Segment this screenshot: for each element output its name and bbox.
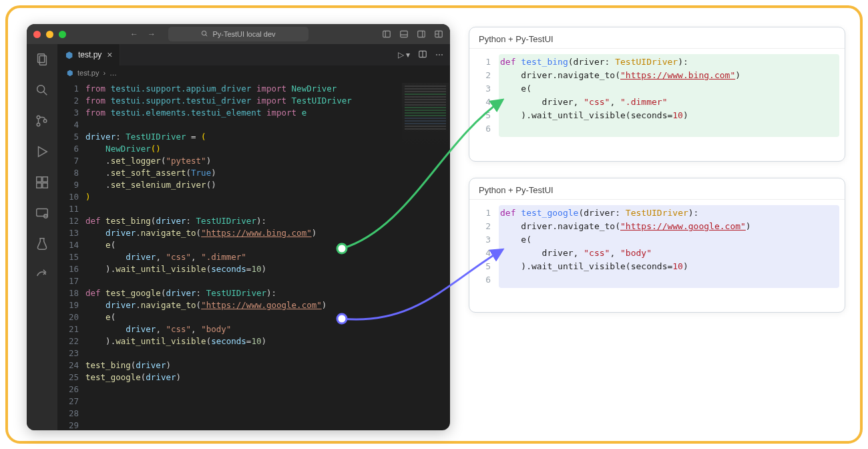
- nav-buttons: ← →: [130, 29, 156, 39]
- svg-line-14: [43, 92, 47, 95]
- code-line[interactable]: 6 NewDriver(): [57, 143, 450, 155]
- close-window-button[interactable]: [33, 31, 41, 38]
- svg-rect-22: [43, 183, 47, 188]
- code-text: [500, 273, 839, 287]
- command-center-search[interactable]: Py-TestUI local dev: [168, 27, 308, 41]
- nav-back-icon[interactable]: ←: [130, 29, 138, 39]
- line-number: 7: [57, 155, 85, 167]
- split-editor-icon[interactable]: [418, 49, 427, 61]
- line-number: 21: [57, 323, 85, 335]
- tab-test-py[interactable]: ⬢ test.py ×: [57, 44, 120, 65]
- line-number: 11: [57, 203, 85, 215]
- panel-right-icon[interactable]: [417, 29, 426, 39]
- code-line[interactable]: 9 .set_selenium_driver(): [57, 179, 450, 191]
- code-line: 1def test_bing(driver: TestUIDriver):: [471, 55, 839, 69]
- code-line[interactable]: 27: [57, 396, 450, 408]
- code-line[interactable]: 21 driver, "css", "body": [57, 323, 450, 335]
- line-number: 5: [471, 109, 500, 122]
- code-text: e(: [500, 233, 839, 247]
- code-line[interactable]: 25test_google(driver): [57, 371, 450, 384]
- code-line[interactable]: 1from testui.support.appium_driver impor…: [57, 83, 450, 95]
- testing-icon[interactable]: [35, 237, 49, 251]
- code-line[interactable]: 20 e(: [57, 311, 450, 323]
- layout-icon[interactable]: [434, 29, 443, 39]
- line-number: 4: [471, 96, 500, 109]
- svg-rect-4: [401, 31, 408, 37]
- svg-rect-23: [37, 209, 48, 216]
- panel-bottom-icon[interactable]: [399, 29, 409, 39]
- svg-rect-6: [418, 31, 425, 37]
- python-file-icon: ⬢: [65, 50, 73, 60]
- code-line[interactable]: 15 driver, "css", ".dimmer": [57, 251, 450, 263]
- code-line[interactable]: 22 ).wait_until_visible(seconds=10): [57, 335, 450, 347]
- search-sidebar-icon[interactable]: [35, 83, 49, 98]
- code-line[interactable]: 11: [57, 203, 450, 215]
- share-icon[interactable]: [35, 267, 49, 282]
- code-line[interactable]: 19 driver.navigate_to("https://www.googl…: [57, 299, 450, 311]
- code-line: 5 ).wait_until_visible(seconds=10): [471, 260, 839, 273]
- more-actions-icon[interactable]: ⋯: [435, 50, 443, 59]
- editor[interactable]: 1from testui.support.appium_driver impor…: [57, 80, 450, 430]
- tab-close-icon[interactable]: ×: [107, 49, 112, 60]
- breadcrumb-file: test.py: [77, 69, 99, 77]
- window-controls: [33, 31, 66, 38]
- code-line[interactable]: 13 driver.navigate_to("https://www.bing.…: [57, 227, 450, 239]
- line-number: 26: [57, 384, 85, 396]
- svg-rect-12: [39, 56, 46, 65]
- code-text: driver.navigate_to("https://www.bing.com…: [500, 69, 839, 82]
- breadcrumb[interactable]: ⬢ test.py › …: [57, 65, 450, 80]
- code-line[interactable]: 23: [57, 347, 450, 359]
- source-control-icon[interactable]: [35, 114, 49, 128]
- code-text: from testui.elements.testui_element impo…: [85, 107, 450, 119]
- code-line[interactable]: 4: [57, 119, 450, 131]
- explorer-icon[interactable]: [35, 52, 49, 67]
- code-line[interactable]: 26: [57, 384, 450, 396]
- line-number: 3: [471, 82, 500, 96]
- nav-forward-icon[interactable]: →: [148, 29, 156, 39]
- card-title: Python + Py-TestUI: [469, 178, 845, 199]
- code-line[interactable]: 8 .set_soft_assert(True): [57, 167, 450, 179]
- run-file-icon[interactable]: ▷ ▾: [398, 50, 410, 59]
- code-text: driver.navigate_to("https://www.google.c…: [85, 299, 450, 311]
- code-text: driver, "css", ".dimmer": [500, 96, 839, 109]
- line-number: 22: [57, 335, 85, 347]
- code-line[interactable]: 2from testui.support.testui_driver impor…: [57, 95, 450, 107]
- code-text: ).wait_until_visible(seconds=10): [85, 263, 450, 275]
- code-text: driver, "css", ".dimmer": [85, 251, 450, 263]
- code-text: from testui.support.testui_driver import…: [85, 95, 450, 107]
- code-line[interactable]: 28: [57, 408, 450, 420]
- code-line[interactable]: 14 e(: [57, 239, 450, 251]
- code-line[interactable]: 29: [57, 420, 450, 430]
- zoom-window-button[interactable]: [59, 31, 66, 38]
- activity-bar: [27, 44, 57, 430]
- code-line[interactable]: 16 ).wait_until_visible(seconds=10): [57, 263, 450, 275]
- code-text: .set_soft_assert(True): [85, 167, 450, 179]
- code-line[interactable]: 3from testui.elements.testui_element imp…: [57, 107, 450, 119]
- code-line[interactable]: 17: [57, 275, 450, 287]
- line-number: 4: [57, 119, 85, 131]
- code-text: from testui.support.appium_driver import…: [85, 83, 450, 95]
- code-line[interactable]: 7 .set_logger("pytest"): [57, 155, 450, 167]
- code-line[interactable]: 5driver: TestUIDriver = (: [57, 131, 450, 143]
- titlebar-right: [382, 29, 443, 39]
- line-number: 24: [57, 359, 85, 371]
- code-line[interactable]: 12def test_bing(driver: TestUIDriver):: [57, 215, 450, 227]
- line-number: 23: [57, 347, 85, 359]
- breadcrumb-rest: …: [110, 69, 117, 77]
- code-line: 2 driver.navigate_to("https://www.bing.c…: [471, 69, 839, 82]
- tab-filename: test.py: [78, 50, 101, 59]
- remote-icon[interactable]: [35, 206, 49, 220]
- run-debug-icon[interactable]: [35, 144, 49, 159]
- code-line: 2 driver.navigate_to("https://www.google…: [471, 220, 839, 233]
- svg-marker-18: [39, 147, 47, 157]
- outer-frame: ← → Py-TestUI local dev: [5, 5, 863, 444]
- minimize-window-button[interactable]: [46, 31, 53, 38]
- extensions-icon[interactable]: [35, 175, 49, 190]
- code-line[interactable]: 10): [57, 191, 450, 203]
- line-number: 10: [57, 191, 85, 203]
- panel-left-icon[interactable]: [382, 29, 391, 39]
- code-line[interactable]: 24test_bing(driver): [57, 359, 450, 371]
- svg-point-13: [37, 86, 45, 93]
- code-text: NewDriver(): [85, 143, 450, 155]
- code-line[interactable]: 18def test_google(driver: TestUIDriver):: [57, 287, 450, 299]
